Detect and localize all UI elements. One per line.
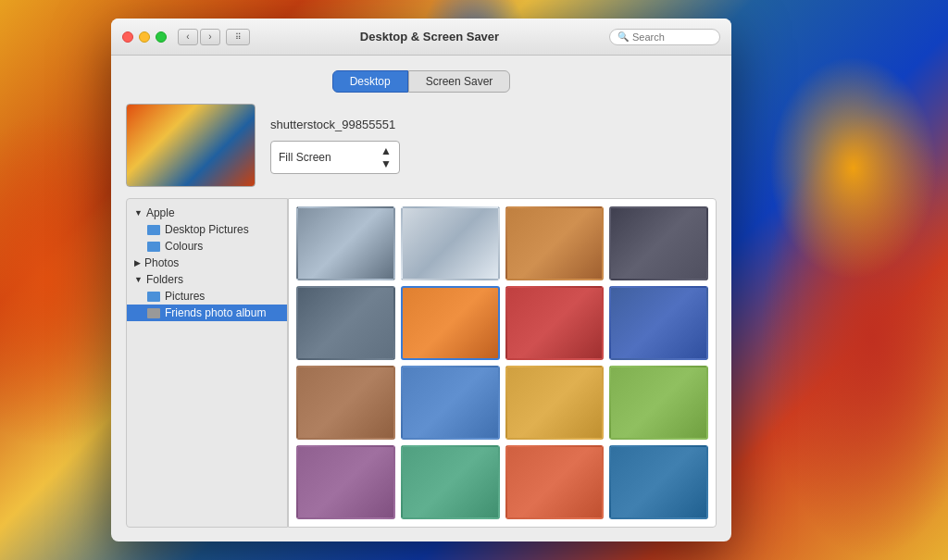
photo-image	[403, 367, 498, 438]
photo-cell[interactable]	[401, 445, 500, 519]
photo-cell[interactable]	[505, 286, 605, 360]
fill-option-label: Fill Screen	[279, 151, 331, 164]
photo-cell[interactable]	[505, 206, 605, 280]
photo-cell[interactable]	[401, 206, 500, 280]
window: ‹ › ⠿ Desktop & Screen Saver 🔍 Desktop S…	[111, 19, 731, 541]
minimize-button[interactable]	[139, 31, 150, 43]
folder-icon	[147, 225, 160, 235]
traffic-lights	[122, 31, 167, 43]
folder-icon	[147, 292, 160, 302]
photo-image	[403, 447, 498, 517]
window-title: Desktop & Screen Saver	[250, 30, 609, 44]
photo-image	[298, 208, 393, 279]
photo-image	[298, 367, 393, 438]
main-area: ▼ Apple Desktop Pictures Colours ▶ Photo…	[126, 198, 717, 528]
photo-cell[interactable]	[609, 445, 708, 519]
back-button[interactable]: ‹	[178, 29, 198, 45]
folder-icon	[147, 242, 160, 252]
forward-button[interactable]: ›	[200, 29, 220, 45]
photo-image	[611, 208, 706, 279]
preview-thumbnail	[126, 104, 256, 187]
preview-filename: shutterstock_99855551	[270, 118, 400, 131]
sidebar-item-friends-album[interactable]: Friends photo album	[127, 305, 287, 321]
fill-stepper[interactable]: ▲ ▼	[380, 144, 392, 170]
sidebar-item-desktop-pictures[interactable]: Desktop Pictures	[127, 221, 287, 238]
photo-image	[507, 367, 603, 438]
folders-section-arrow: ▼	[134, 275, 143, 284]
photo-image	[403, 208, 498, 279]
search-box[interactable]: 🔍	[609, 29, 720, 45]
photo-grid-container	[288, 198, 717, 528]
photo-cell[interactable]	[609, 286, 708, 360]
photos-section-label: Photos	[144, 256, 179, 269]
sidebar-label-pictures: Pictures	[165, 290, 205, 303]
sidebar-label-friends-album: Friends photo album	[165, 306, 266, 319]
nav-buttons: ‹ ›	[178, 29, 220, 45]
photo-cell[interactable]	[609, 366, 708, 440]
photo-cell[interactable]	[609, 206, 708, 280]
folder-icon	[147, 308, 160, 318]
search-input[interactable]	[632, 31, 706, 43]
photo-image	[298, 288, 393, 358]
sidebar-section-folders[interactable]: ▼ Folders	[127, 271, 287, 288]
maximize-button[interactable]	[156, 31, 167, 43]
photo-cell[interactable]	[296, 445, 395, 519]
photos-section-arrow: ▶	[134, 258, 141, 268]
sidebar-item-pictures[interactable]: Pictures	[127, 288, 287, 305]
close-button[interactable]	[122, 31, 133, 43]
tab-desktop[interactable]: Desktop	[332, 70, 408, 93]
titlebar: ‹ › ⠿ Desktop & Screen Saver 🔍	[111, 19, 731, 56]
photo-image	[507, 288, 603, 358]
folders-section-label: Folders	[146, 273, 183, 286]
tab-bar: Desktop Screen Saver	[126, 70, 717, 93]
content-area: Desktop Screen Saver shutterstock_998555…	[111, 56, 731, 541]
sidebar-label-desktop-pictures: Desktop Pictures	[165, 223, 249, 236]
photo-grid	[296, 206, 708, 519]
photo-cell[interactable]	[505, 366, 605, 440]
photo-cell[interactable]	[401, 366, 500, 440]
sidebar-item-colours[interactable]: Colours	[127, 238, 287, 255]
sidebar: ▼ Apple Desktop Pictures Colours ▶ Photo…	[126, 198, 288, 528]
sidebar-label-colours: Colours	[165, 240, 203, 253]
photo-image	[507, 208, 603, 279]
apple-section-label: Apple	[146, 206, 175, 219]
search-icon: 🔍	[617, 31, 629, 42]
photo-cell[interactable]	[296, 366, 395, 440]
tab-screen-saver[interactable]: Screen Saver	[408, 70, 511, 93]
photo-image	[507, 447, 603, 517]
photo-image	[611, 288, 706, 358]
apple-section-arrow: ▼	[134, 208, 143, 218]
preview-info: shutterstock_99855551 Fill Screen ▲ ▼	[270, 118, 400, 174]
fill-screen-select[interactable]: Fill Screen ▲ ▼	[270, 141, 400, 174]
photo-cell[interactable]	[296, 206, 395, 280]
photo-cell[interactable]	[296, 286, 395, 360]
photo-image	[298, 447, 393, 517]
photo-image	[403, 288, 498, 358]
sidebar-section-apple[interactable]: ▼ Apple	[127, 205, 287, 221]
preview-row: shutterstock_99855551 Fill Screen ▲ ▼	[126, 104, 717, 187]
photo-cell[interactable]	[505, 445, 605, 519]
sidebar-section-photos[interactable]: ▶ Photos	[127, 255, 287, 271]
photo-cell[interactable]	[401, 286, 500, 360]
photo-image	[611, 447, 706, 517]
photo-image	[611, 367, 706, 438]
grid-view-button[interactable]: ⠿	[226, 29, 250, 45]
